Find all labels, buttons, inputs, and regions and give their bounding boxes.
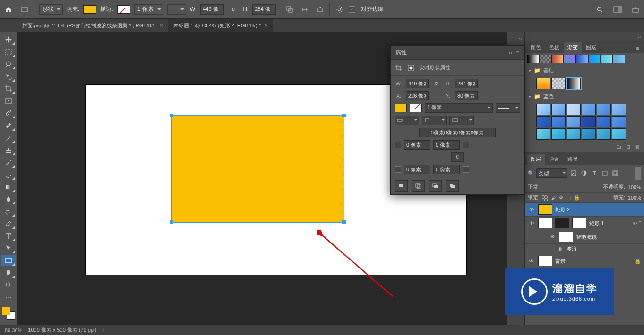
collapse-icon[interactable]: ›› (525, 32, 644, 41)
gradient-swatch[interactable] (567, 78, 581, 89)
hand-tool[interactable] (1, 267, 16, 278)
collapse-icon[interactable]: ›› (508, 50, 512, 56)
gradient-swatch[interactable] (551, 116, 566, 127)
corner-bl-chk[interactable] (395, 166, 401, 173)
gradient-swatch[interactable] (597, 116, 611, 127)
filter-pixel-icon[interactable] (569, 169, 578, 177)
opacity-value[interactable]: 100% (628, 184, 641, 190)
gradient-swatch[interactable] (551, 104, 566, 115)
workspace-dd-icon[interactable] (612, 4, 623, 15)
layer-row[interactable]: 👁背景🔒 (525, 254, 644, 268)
layer-row[interactable]: 👁智能滤镜 (525, 230, 644, 244)
gradient-swatch[interactable] (612, 104, 626, 115)
corner-br-input[interactable] (433, 165, 460, 174)
fill-value[interactable]: 100% (628, 195, 641, 201)
prop-y-input[interactable] (455, 91, 478, 100)
pathop-3[interactable] (429, 180, 442, 192)
gradient-swatch[interactable] (551, 78, 566, 89)
gradient-swatch[interactable] (536, 116, 550, 127)
panel-menu-icon[interactable]: ≡ (634, 43, 642, 53)
align-dd[interactable] (449, 116, 474, 125)
tab-gradients[interactable]: 渐变 (564, 42, 582, 53)
gradient-swatch[interactable] (536, 78, 550, 89)
shape-mode-dd[interactable]: 形状 (39, 4, 63, 15)
new-folder-icon[interactable]: 🗀 (616, 144, 621, 150)
gradient-tool[interactable] (1, 181, 16, 193)
width-input[interactable] (200, 4, 224, 15)
filter-type-icon[interactable]: T (590, 169, 599, 177)
quick-select-tool[interactable] (1, 71, 16, 82)
corner-tl-input[interactable] (404, 140, 430, 150)
marquee-tool[interactable] (1, 46, 16, 58)
align-icon[interactable] (299, 4, 310, 15)
gradient-swatch[interactable] (612, 116, 626, 127)
gradient-swatch[interactable] (582, 128, 596, 140)
prop-w-input[interactable] (406, 79, 429, 88)
folder-basic[interactable]: ▾ 📁 基础 (525, 65, 644, 76)
new-item-icon[interactable]: ⊞ (626, 144, 630, 150)
gradient-swatch[interactable] (536, 104, 550, 115)
corner-tr-input[interactable] (433, 140, 460, 150)
eyedropper-tool[interactable] (1, 108, 16, 119)
status-chevron-icon[interactable]: 〉 (102, 327, 107, 334)
visibility-icon[interactable]: 👁 (528, 207, 535, 212)
blend-mode-dd[interactable]: 正常 (528, 184, 600, 191)
lock-pos-icon[interactable]: ✥ (559, 194, 563, 201)
gradient-swatch[interactable] (597, 128, 611, 140)
gear-icon[interactable] (334, 4, 345, 15)
trash-icon[interactable]: 🗑 (635, 144, 640, 150)
history-brush-tool[interactable] (1, 157, 16, 168)
layer-row[interactable]: 👁波浪 (525, 244, 644, 254)
prop-fill-swatch[interactable] (395, 104, 407, 112)
gradient-swatch[interactable] (567, 104, 581, 115)
rectangle-tool[interactable] (1, 255, 16, 266)
brush-tool[interactable] (1, 132, 16, 143)
stroke-width-dd[interactable]: 1 像素 (134, 4, 163, 15)
panel-menu-icon[interactable]: ≡ (634, 155, 642, 165)
gradient-preset[interactable] (551, 55, 564, 63)
gradient-preset[interactable] (539, 55, 551, 63)
lock-all-icon[interactable]: 🔒 (574, 194, 580, 201)
align-edges-check[interactable] (349, 6, 355, 13)
search-icon[interactable] (594, 4, 605, 15)
filter-toggle[interactable] (635, 167, 641, 180)
lock-paint-icon[interactable]: 🖌 (551, 195, 556, 201)
close-icon[interactable]: × (265, 22, 268, 29)
prop-stroke-style-dd[interactable] (496, 103, 520, 113)
tab-layers[interactable]: 图层 (527, 154, 545, 165)
corner-dd[interactable] (422, 116, 447, 125)
fill-swatch[interactable] (83, 5, 96, 14)
tab-swatches[interactable]: 色板 (545, 42, 563, 53)
gradient-preset[interactable] (601, 55, 613, 63)
corner-br-chk[interactable] (463, 166, 469, 173)
lock-trans-icon[interactable] (542, 195, 548, 201)
doc-tab-1[interactable]: 未标题-1 @ 80.4% (矩形 2, RGB/8#) * × (168, 19, 273, 32)
link-wh-icon[interactable] (228, 4, 239, 15)
gradient-swatch[interactable] (612, 128, 626, 140)
tab-patterns[interactable]: 图案 (582, 42, 600, 53)
corner-bl-input[interactable] (404, 165, 430, 174)
pathop-1[interactable] (395, 180, 408, 192)
tab-color[interactable]: 颜色 (527, 42, 545, 53)
stroke-swatch[interactable] (117, 5, 130, 14)
share-icon[interactable] (630, 4, 641, 15)
height-input[interactable] (252, 4, 276, 15)
stroke-style-dd[interactable] (167, 4, 186, 15)
prop-h-input[interactable] (455, 79, 478, 88)
gradient-preset[interactable] (613, 55, 625, 63)
selected-shape[interactable] (171, 115, 344, 223)
eraser-tool[interactable] (1, 169, 16, 180)
gradient-swatch[interactable] (567, 128, 581, 140)
gradient-preset[interactable] (588, 55, 601, 63)
zoom-level[interactable]: 80.36% (5, 327, 22, 333)
corners-summary[interactable] (419, 128, 496, 137)
layer-row[interactable]: 👁矩形 2 (525, 203, 644, 217)
doc-tab-0[interactable]: 封面.psd @ 71.6% (PS如何绘制波浪线条图案？, RGB/8#) × (17, 19, 168, 32)
close-icon[interactable]: × (160, 22, 163, 29)
visibility-icon[interactable]: 👁 (549, 234, 556, 240)
gradient-swatch[interactable] (582, 116, 596, 127)
home-icon[interactable] (3, 4, 14, 15)
link-corners-icon[interactable] (451, 152, 464, 162)
link-icon[interactable] (431, 79, 441, 88)
corner-tr-chk[interactable] (463, 142, 469, 148)
